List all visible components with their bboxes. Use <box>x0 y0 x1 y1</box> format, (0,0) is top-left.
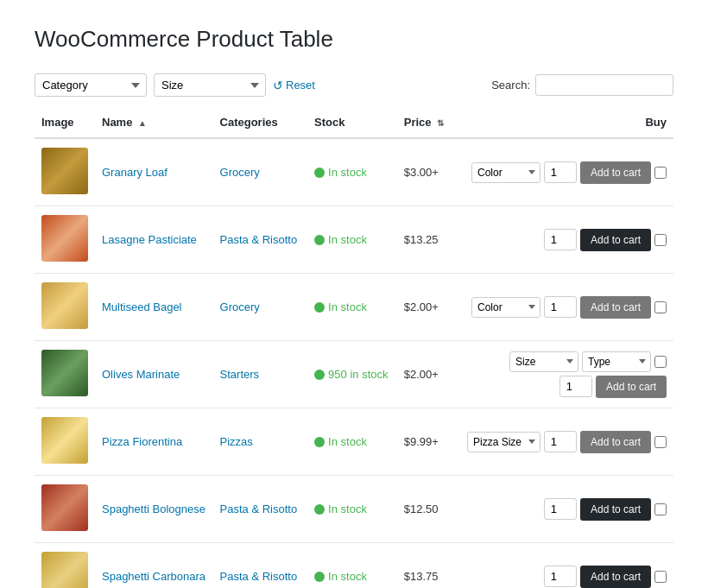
size-select[interactable]: Size <box>509 351 578 372</box>
stock-text: 950 in stock <box>328 368 388 381</box>
product-category-cell: Pasta & Risotto <box>213 206 308 274</box>
type-select[interactable]: Type <box>582 351 651 372</box>
product-name-link[interactable]: Lasagne Pasticiate <box>102 233 197 246</box>
buy-controls: ColorAdd to cart <box>467 296 667 319</box>
table-row: Spaghetti BolognesePasta & RisottoIn sto… <box>35 476 673 543</box>
product-stock-cell: In stock <box>307 206 397 274</box>
row-checkbox[interactable] <box>654 436 667 448</box>
product-name-link[interactable]: Spaghetti Bolognese <box>102 503 205 515</box>
product-image-cell <box>35 138 95 206</box>
product-price-cell: $13.75 <box>397 543 460 589</box>
row-checkbox[interactable] <box>654 234 667 246</box>
row-checkbox[interactable] <box>654 356 667 368</box>
add-to-cart-button[interactable]: Add to cart <box>580 296 651 319</box>
size-filter[interactable]: Size Small Medium Large <box>154 73 266 97</box>
stock-status: In stock <box>314 503 390 515</box>
color-select[interactable]: Color <box>471 162 540 183</box>
add-to-cart-button[interactable]: Add to cart <box>580 161 651 184</box>
product-stock-cell: In stock <box>307 274 397 341</box>
buy-controls: Add to cart <box>467 498 667 521</box>
buy-controls: Add to cart <box>467 566 667 588</box>
stock-dot <box>314 370 325 380</box>
search-area: Search: <box>491 74 673 96</box>
col-header-price[interactable]: Price ⇅ <box>397 107 460 138</box>
product-image <box>41 215 88 262</box>
table-row: Olives MarinateStarters950 in stock$2.00… <box>35 341 673 408</box>
category-link[interactable]: Grocery <box>220 300 260 313</box>
product-name-cell: Pizza Fiorentina <box>95 408 213 476</box>
add-to-cart-button[interactable]: Add to cart <box>580 229 651 251</box>
stock-dot <box>314 302 325 313</box>
quantity-input[interactable] <box>544 566 577 587</box>
stock-dot <box>314 235 325 245</box>
product-name-link[interactable]: Granary Loaf <box>102 166 168 179</box>
sort-arrow-price: ⇅ <box>437 118 444 128</box>
add-to-cart-button[interactable]: Add to cart <box>596 376 667 398</box>
buy-bottom-row: Add to cart <box>559 376 667 398</box>
product-name-cell: Spaghetti Bolognese <box>95 476 213 543</box>
color-select[interactable]: Color <box>471 297 540 318</box>
stock-status: 950 in stock <box>314 368 390 381</box>
quantity-input[interactable] <box>544 229 577 250</box>
add-to-cart-button[interactable]: Add to cart <box>580 431 651 453</box>
col-header-stock: Stock <box>307 107 397 138</box>
stock-dot <box>314 168 325 178</box>
product-category-cell: Grocery <box>213 138 308 206</box>
quantity-input[interactable] <box>544 498 577 520</box>
product-price-cell: $9.99+ <box>397 408 460 476</box>
product-name-link[interactable]: Olives Marinate <box>102 368 180 381</box>
category-link[interactable]: Pizzas <box>220 435 253 448</box>
buy-controls: Pizza SizeAdd to cart <box>467 431 667 453</box>
table-row: Spaghetti CarbonaraPasta & RisottoIn sto… <box>35 543 673 589</box>
product-name-cell: Spaghetti Carbonara <box>95 543 213 589</box>
product-image <box>41 350 88 396</box>
product-image <box>41 484 88 531</box>
product-stock-cell: In stock <box>307 408 397 476</box>
product-name-cell: Olives Marinate <box>95 341 213 408</box>
buy-row: Add to cart <box>544 229 667 251</box>
product-category-cell: Pizzas <box>213 408 308 476</box>
product-buy-cell: SizeTypeAdd to cart <box>460 341 673 408</box>
row-checkbox[interactable] <box>654 503 667 515</box>
product-price-cell: $3.00+ <box>397 138 460 206</box>
quantity-input[interactable] <box>544 431 577 452</box>
row-checkbox[interactable] <box>654 167 667 179</box>
category-filter[interactable]: Category Grocery Pasta & Risotto Pizzas … <box>35 73 147 97</box>
product-image-cell <box>35 476 95 543</box>
product-name-link[interactable]: Spaghetti Carbonara <box>102 570 205 583</box>
col-header-name[interactable]: Name ▲ <box>95 107 213 138</box>
product-name-link[interactable]: Pizza Fiorentina <box>102 435 182 448</box>
quantity-input[interactable] <box>544 161 577 183</box>
buy-row: ColorAdd to cart <box>471 296 667 319</box>
product-image <box>41 282 88 329</box>
category-link[interactable]: Pasta & Risotto <box>220 503 298 515</box>
product-stock-cell: 950 in stock <box>307 341 397 408</box>
add-to-cart-button[interactable]: Add to cart <box>580 566 651 588</box>
reset-icon: ↺ <box>273 79 283 92</box>
pizza-size-select[interactable]: Pizza Size <box>467 432 540 452</box>
category-link[interactable]: Pasta & Risotto <box>220 233 298 246</box>
quantity-input[interactable] <box>559 376 592 397</box>
product-table: Image Name ▲ Categories Stock Price ⇅ Bu… <box>35 107 673 588</box>
row-checkbox[interactable] <box>654 301 667 313</box>
product-image <box>41 148 88 194</box>
row-checkbox[interactable] <box>654 571 667 583</box>
search-input[interactable] <box>535 74 673 96</box>
stock-dot <box>314 504 325 515</box>
col-header-buy: Buy <box>460 107 673 138</box>
product-price-cell: $2.00+ <box>397 274 460 341</box>
category-link[interactable]: Starters <box>220 368 260 381</box>
reset-button[interactable]: ↺ Reset <box>273 79 315 92</box>
product-name-link[interactable]: Multiseed Bagel <box>102 300 182 313</box>
buy-row: ColorAdd to cart <box>471 161 667 184</box>
table-row: Pizza FiorentinaPizzasIn stock$9.99+Pizz… <box>35 408 673 476</box>
category-link[interactable]: Grocery <box>220 166 260 179</box>
buy-controls: ColorAdd to cart <box>467 161 667 184</box>
product-image-cell <box>35 543 95 589</box>
category-link[interactable]: Pasta & Risotto <box>220 570 298 583</box>
product-category-cell: Pasta & Risotto <box>213 476 308 543</box>
add-to-cart-button[interactable]: Add to cart <box>580 498 651 521</box>
quantity-input[interactable] <box>544 296 577 318</box>
stock-text: In stock <box>328 166 367 179</box>
sort-arrow-name: ▲ <box>138 118 147 128</box>
